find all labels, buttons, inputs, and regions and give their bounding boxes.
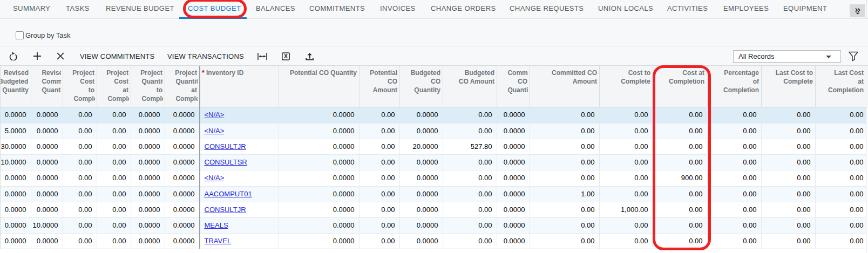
svg-text:X: X — [284, 53, 288, 59]
